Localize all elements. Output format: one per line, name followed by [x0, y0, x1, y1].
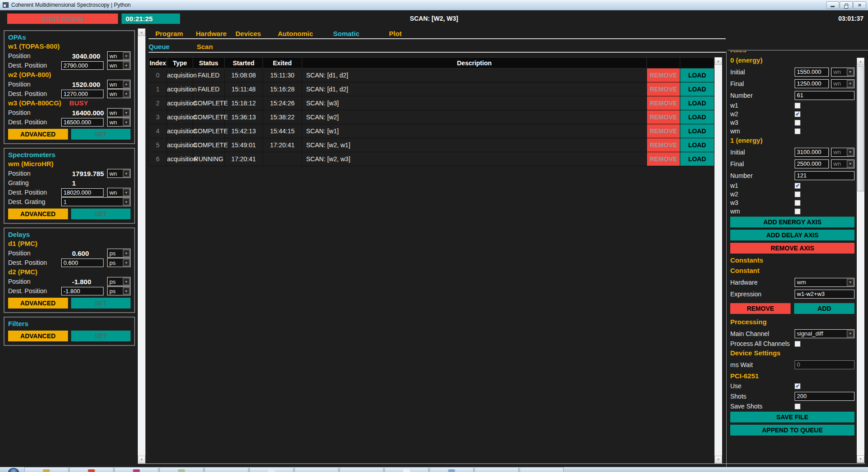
- w1-dest-position-input[interactable]: [61, 61, 104, 70]
- taskbar-button[interactable]: [520, 467, 564, 472]
- append-to-queue-button[interactable]: APPEND TO QUEUE: [730, 425, 854, 436]
- load-button[interactable]: LOAD: [680, 152, 714, 166]
- w2-dest-units-select[interactable]: wn▼: [107, 89, 131, 98]
- load-button[interactable]: LOAD: [680, 68, 714, 82]
- taskbar-button[interactable]: [249, 467, 294, 472]
- constant-add-button[interactable]: ADD: [794, 303, 854, 314]
- add-delay-axis-button[interactable]: ADD DELAY AXIS: [730, 230, 854, 241]
- delays-set-button[interactable]: SET: [71, 298, 131, 309]
- sidebar-scrollbar[interactable]: ▲ ▼: [138, 28, 145, 463]
- axis-0-initial-units-select[interactable]: wn▼: [831, 68, 854, 77]
- tab-program[interactable]: Program: [155, 29, 183, 38]
- axis-1-w3-checkbox[interactable]: ✔: [795, 200, 800, 206]
- taskbar-button[interactable]: [384, 467, 429, 472]
- d2-units-select[interactable]: ps▼: [107, 277, 131, 286]
- d1-units-select[interactable]: ps▼: [107, 249, 131, 258]
- axis-1-initial-input[interactable]: [795, 148, 829, 157]
- remove-button[interactable]: REMOVE: [647, 68, 680, 82]
- axis-1-final-units-select[interactable]: wn▼: [831, 159, 854, 168]
- axis-0-final-input[interactable]: [795, 79, 829, 88]
- remove-button[interactable]: REMOVE: [647, 124, 680, 138]
- w3-dest-position-input[interactable]: [61, 118, 104, 127]
- shutdown-button[interactable]: SHUT DOWN: [7, 14, 118, 24]
- remove-button[interactable]: REMOVE: [647, 82, 680, 96]
- scrollbar-thumb[interactable]: [857, 66, 864, 191]
- load-button[interactable]: LOAD: [680, 96, 714, 110]
- opas-advanced-button[interactable]: ADVANCED: [8, 129, 68, 140]
- axis-0-wm-checkbox[interactable]: ✔: [795, 128, 800, 134]
- constant-remove-button[interactable]: REMOVE: [730, 303, 791, 314]
- taskbar-button[interactable]: [114, 467, 158, 472]
- taskbar-button[interactable]: [69, 467, 113, 472]
- tab-plot[interactable]: Plot: [389, 29, 402, 38]
- remove-button[interactable]: REMOVE: [647, 152, 680, 166]
- main-channel-select[interactable]: signal_diff▼: [795, 329, 854, 338]
- w2-dest-position-input[interactable]: [61, 90, 104, 98]
- d1-dest-position-input[interactable]: [61, 259, 104, 267]
- pci-use-checkbox[interactable]: ✔: [795, 383, 800, 389]
- taskbar-button[interactable]: [159, 467, 203, 472]
- taskbar-button[interactable]: [475, 467, 519, 472]
- save-file-button[interactable]: SAVE FILE: [730, 412, 854, 422]
- spectrometers-advanced-button[interactable]: ADVANCED: [8, 209, 68, 219]
- wm-dest-grating-select[interactable]: 1▼: [61, 197, 131, 206]
- tab-devices[interactable]: Devices: [235, 29, 261, 38]
- delays-advanced-button[interactable]: ADVANCED: [8, 298, 68, 309]
- axis-1-initial-units-select[interactable]: wn▼: [831, 148, 854, 157]
- taskbar-button[interactable]: [294, 467, 339, 472]
- scroll-down-icon[interactable]: ▼: [714, 456, 722, 463]
- axis-0-final-units-select[interactable]: wn▼: [831, 79, 854, 88]
- restore-button[interactable]: [840, 1, 853, 9]
- d2-dest-units-select[interactable]: ps▼: [107, 286, 131, 295]
- process-all-checkbox[interactable]: ✔: [795, 341, 800, 347]
- tab-scan[interactable]: Scan: [197, 42, 213, 51]
- axis-0-initial-input[interactable]: [795, 68, 829, 77]
- wm-units-select[interactable]: wn▼: [107, 169, 131, 178]
- taskbar-button[interactable]: [339, 467, 384, 472]
- pci-shots-input[interactable]: [795, 392, 854, 401]
- taskbar-button[interactable]: [24, 467, 68, 472]
- remove-button[interactable]: REMOVE: [647, 138, 680, 152]
- remove-axis-button[interactable]: REMOVE AXIS: [730, 243, 854, 254]
- scroll-down-icon[interactable]: ▼: [138, 456, 145, 463]
- w3-dest-units-select[interactable]: wn▼: [107, 118, 131, 127]
- d2-dest-position-input[interactable]: [61, 287, 104, 295]
- scan-panel-scrollbar[interactable]: ▲ ▼: [857, 58, 864, 463]
- filters-set-button[interactable]: SET: [71, 331, 131, 341]
- axis-1-number-input[interactable]: [795, 171, 854, 180]
- save-shots-checkbox[interactable]: ✔: [795, 404, 800, 409]
- axis-1-final-input[interactable]: [795, 159, 829, 168]
- load-button[interactable]: LOAD: [680, 138, 714, 152]
- axis-1-w1-checkbox[interactable]: ✔: [795, 183, 800, 189]
- tab-somatic[interactable]: Somatic: [333, 29, 359, 38]
- queue-scrollbar[interactable]: ▲ ▼: [714, 57, 722, 463]
- wm-dest-units-select[interactable]: wn▼: [107, 188, 131, 197]
- start-button[interactable]: [0, 467, 24, 472]
- axis-0-number-input[interactable]: [795, 91, 854, 100]
- constant-hardware-select[interactable]: wm▼: [795, 278, 854, 287]
- axis-0-w3-checkbox[interactable]: ✔: [795, 120, 800, 126]
- scroll-down-icon[interactable]: ▼: [857, 455, 864, 463]
- w2-units-select[interactable]: wn▼: [107, 80, 131, 89]
- axis-0-w1-checkbox[interactable]: ✔: [795, 103, 800, 109]
- scroll-up-icon[interactable]: ▲: [138, 28, 145, 36]
- spectrometers-set-button[interactable]: SET: [71, 209, 131, 219]
- opas-set-button[interactable]: SET: [71, 129, 131, 140]
- wm-dest-position-input[interactable]: [61, 188, 104, 197]
- minimize-button[interactable]: [826, 1, 839, 9]
- add-energy-axis-button[interactable]: ADD ENERGY AXIS: [730, 217, 854, 227]
- taskbar-button[interactable]: [204, 467, 249, 472]
- scroll-up-icon[interactable]: ▲: [714, 57, 722, 65]
- load-button[interactable]: LOAD: [680, 124, 714, 138]
- scroll-up-icon[interactable]: ▲: [857, 58, 864, 65]
- axis-0-w2-checkbox[interactable]: ✔: [795, 111, 800, 117]
- taskbar-button[interactable]: [429, 467, 474, 472]
- load-button[interactable]: LOAD: [680, 110, 714, 124]
- d1-dest-units-select[interactable]: ps▼: [107, 258, 131, 267]
- constant-expression-input[interactable]: [795, 290, 854, 299]
- tab-hardware[interactable]: Hardware: [196, 29, 226, 38]
- axis-1-wm-checkbox[interactable]: ✔: [795, 209, 800, 214]
- w1-units-select[interactable]: wn▼: [107, 51, 131, 60]
- filters-advanced-button[interactable]: ADVANCED: [8, 331, 68, 341]
- close-button[interactable]: ✕: [853, 1, 866, 9]
